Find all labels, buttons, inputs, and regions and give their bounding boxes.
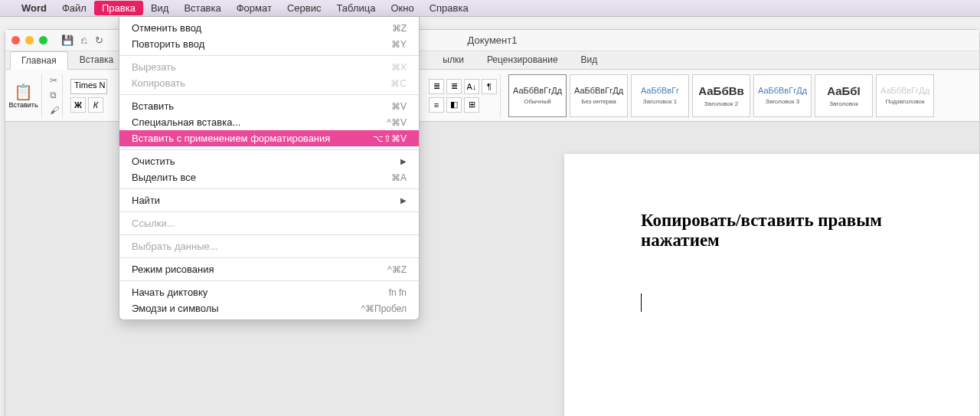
clipboard-icon: 📋	[14, 83, 33, 101]
quick-access-toolbar: 💾 ⎌ ↻	[61, 34, 103, 46]
menu-undo[interactable]: Отменить ввод⌘Z	[119, 20, 419, 36]
menu-draw-mode[interactable]: Режим рисования^⌘Z	[119, 261, 419, 277]
document-heading: Копировать/вставить правым нажатием	[641, 211, 962, 251]
tab-home[interactable]: Главная	[10, 51, 68, 70]
borders-icon[interactable]: ⊞	[464, 97, 479, 113]
shading-icon[interactable]: ◧	[446, 97, 462, 113]
style-no-spacing[interactable]: АаБбВвГгДдБез интерва	[570, 74, 628, 117]
redo-icon[interactable]: ↻	[95, 34, 103, 46]
menu-edit[interactable]: Правка	[94, 1, 143, 15]
clipboard-small: ✂ ⧉ 🖌	[47, 74, 63, 117]
menu-emoji[interactable]: Эмодзи и символы^⌘Пробел	[119, 300, 419, 316]
menu-clear[interactable]: Очистить▶	[119, 153, 419, 169]
paragraph-group: ≣ ≣ A↓ ¶ ≡ ◧ ⊞	[426, 74, 501, 117]
style-title[interactable]: АаБбІЗаголовок	[815, 74, 873, 117]
tab-view[interactable]: Вид	[570, 51, 609, 69]
edit-dropdown: Отменить ввод⌘Z Повторить ввод⌘Y Вырезат…	[119, 17, 420, 320]
menu-paste[interactable]: Вставить⌘V	[119, 98, 419, 114]
menu-links: Ссылки...	[119, 215, 419, 231]
undo-icon[interactable]: ⎌	[81, 34, 87, 46]
menu-format[interactable]: Формат	[229, 1, 279, 15]
tab-references[interactable]: ылки	[431, 51, 475, 69]
style-subtitle[interactable]: АаБбВвГгДдПодзаголовок	[876, 74, 934, 117]
styles-gallery: АаБбВвГгДдОбычный АаБбВвГгДдБез интерва …	[508, 74, 934, 117]
zoom-button[interactable]	[39, 36, 47, 44]
style-heading2[interactable]: АаБбВвЗаголовок 2	[692, 74, 750, 117]
text-cursor	[641, 293, 642, 312]
pilcrow-icon[interactable]: ¶	[482, 79, 497, 94]
menu-tools[interactable]: Сервис	[279, 1, 329, 15]
save-icon[interactable]: 💾	[61, 34, 74, 46]
menu-find[interactable]: Найти▶	[119, 192, 419, 208]
menu-redo[interactable]: Повторить ввод⌘Y	[119, 36, 419, 52]
close-button[interactable]	[11, 36, 20, 44]
menu-table[interactable]: Таблица	[328, 1, 383, 15]
indent-decrease-icon[interactable]: ≣	[429, 79, 444, 94]
copy-icon[interactable]: ⧉	[50, 90, 59, 100]
style-normal[interactable]: АаБбВвГгДдОбычный	[508, 74, 567, 117]
font-family-select[interactable]: Times N	[70, 79, 107, 94]
menu-dictate[interactable]: Начать диктовкуfn fn	[119, 284, 419, 300]
italic-button[interactable]: К	[88, 97, 103, 113]
menu-cut: Вырезать⌘X	[119, 59, 419, 75]
menu-app[interactable]: Word	[14, 1, 54, 15]
menu-paste-match-format[interactable]: Вставить с применением форматирования⌥⇧⌘…	[119, 130, 419, 146]
menu-copy: Копировать⌘C	[119, 75, 419, 91]
menu-paste-special[interactable]: Специальная вставка...^⌘V	[119, 114, 419, 130]
tab-review[interactable]: Рецензирование	[475, 51, 570, 69]
menu-view[interactable]: Вид	[143, 1, 177, 15]
menu-window[interactable]: Окно	[383, 1, 421, 15]
mac-menubar: Word Файл Правка Вид Вставка Формат Серв…	[0, 0, 980, 17]
traffic-lights	[11, 36, 47, 44]
indent-increase-icon[interactable]: ≣	[446, 79, 462, 94]
paste-button[interactable]: 📋 Вставить	[10, 74, 42, 117]
menu-select-data: Выбрать данные...	[119, 238, 419, 254]
style-heading3[interactable]: АаБбВвГгДдЗаголовок 3	[753, 74, 812, 117]
style-heading1[interactable]: АаБбВвГгЗаголовок 1	[631, 74, 689, 117]
format-painter-icon[interactable]: 🖌	[50, 105, 59, 116]
sort-icon[interactable]: A↓	[464, 79, 479, 94]
menu-file[interactable]: Файл	[54, 1, 94, 15]
bold-button[interactable]: Ж	[70, 97, 86, 113]
menu-select-all[interactable]: Выделить все⌘A	[119, 169, 419, 185]
paste-label: Вставить	[8, 101, 38, 109]
tab-insert[interactable]: Вставка	[68, 51, 126, 69]
page[interactable]: Копировать/вставить правым нажатием	[564, 154, 979, 416]
menu-help[interactable]: Справка	[422, 1, 476, 15]
minimize-button[interactable]	[25, 36, 34, 44]
font-group: Times N Ж К	[67, 79, 110, 113]
align-left-icon[interactable]: ≡	[429, 97, 444, 113]
menu-insert[interactable]: Вставка	[176, 1, 228, 15]
cut-icon[interactable]: ✂	[50, 75, 59, 86]
